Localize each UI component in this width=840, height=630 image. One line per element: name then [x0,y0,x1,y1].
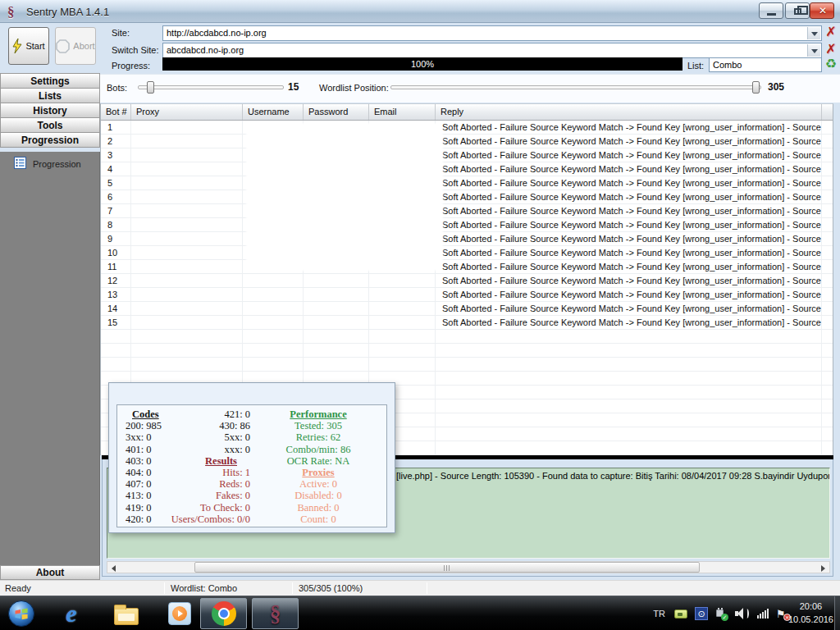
tray-keyboard-icon[interactable] [674,609,687,619]
log-horizontal-scrollbar[interactable] [107,561,830,573]
filler-cell [822,162,833,176]
filler-cell [822,232,833,245]
filler-cell [822,358,833,371]
refresh-list-icon[interactable]: ♻ [824,57,838,71]
sidebar-button-progression[interactable]: Progression [0,132,100,148]
bots-slider-thumb[interactable] [147,81,154,94]
scroll-right-icon[interactable] [816,562,829,573]
column-header-proxy[interactable]: Proxy [131,104,243,120]
table-row[interactable]: 4Soft Aborted - Failure Source Keyword M… [101,162,833,176]
minimize-icon [767,13,776,16]
filler-cell [822,302,833,315]
clear-site-button[interactable]: ✗ [824,25,838,39]
tray-actioncenter-flag-icon[interactable]: ⚑✕ [776,608,788,620]
reply-cell: Soft Aborted - Failure Source Keyword Ma… [436,260,822,273]
password-cell [304,302,369,315]
reply-cell: Soft Aborted - Failure Source Keyword Ma… [436,302,822,315]
reply-cell [436,441,822,454]
statusbar: Ready Wordlist: Combo 305/305 (100%) [0,580,840,596]
sentry-icon: § [270,601,281,627]
column-header-email[interactable]: Email [369,104,436,120]
sidebar-button-lists[interactable]: Lists [0,88,100,103]
table-row[interactable]: 1Soft Aborted - Failure Source Keyword M… [101,121,833,135]
stats-section-header: Results [162,455,250,467]
progress-bar: 100% [162,57,682,71]
column-header-bot[interactable]: Bot # [101,104,131,120]
taskbar-ie-icon[interactable]: e [57,600,85,627]
table-row[interactable]: 11Soft Aborted - Failure Source Keyword … [101,260,833,274]
tray-usb-icon[interactable]: ✓ [715,608,728,619]
column-header-password[interactable]: Password [304,104,369,120]
minimize-button[interactable] [759,2,783,19]
taskbar-sentry-button[interactable]: § [252,598,299,629]
reply-cell [436,372,822,385]
list-combobox[interactable]: Combo [709,57,822,72]
windows-start-button[interactable] [7,600,35,628]
column-header-username[interactable]: Username [243,104,304,120]
start-button[interactable]: Start [8,27,49,65]
reply-cell [436,344,822,357]
sidebar-item-progression[interactable]: Progression [0,155,100,173]
tray-signal-icon[interactable] [757,609,769,619]
bot-cell: 5 [101,176,131,189]
table-row[interactable]: 10Soft Aborted - Failure Source Keyword … [101,246,833,260]
filler-cell [822,260,833,273]
proxy-cell [131,121,243,134]
table-row[interactable]: 7Soft Aborted - Failure Source Keyword M… [101,204,833,218]
show-desktop-button[interactable] [834,596,840,630]
site-combobox[interactable]: http://abcdabcd.no-ip.org [162,25,822,41]
check-icon: ✓ [721,614,728,621]
tray-language[interactable]: TR [653,609,665,619]
proxy-cell [131,260,243,273]
clear-switch-site-button[interactable]: ✗ [824,43,838,56]
chevron-down-icon[interactable] [807,44,820,57]
taskbar-explorer-icon[interactable] [112,600,140,627]
bot-cell [101,358,131,371]
scroll-left-icon[interactable] [107,562,121,573]
table-row[interactable]: 8Soft Aborted - Failure Source Keyword M… [101,218,833,232]
switch-site-combobox[interactable]: abcdabcd.no-ip.org [162,43,822,58]
chevron-down-icon[interactable] [807,27,820,39]
restore-button[interactable] [785,2,810,19]
table-row[interactable]: 9Soft Aborted - Failure Source Keyword M… [101,232,833,246]
wordlist-position-slider-thumb[interactable] [752,81,760,94]
stats-col2: 421: 0430: 865xx: 0xxx: 0ResultsHits: 1R… [162,409,250,525]
taskbar-mediaplayer-icon[interactable] [166,600,194,627]
taskbar-chrome-button[interactable] [200,598,247,629]
sidebar-button-history[interactable]: History [0,103,100,118]
stats-section-header: Proxies [265,467,372,478]
close-button[interactable]: ✕ [810,2,834,19]
proxy-cell [131,288,243,301]
table-row[interactable]: 5Soft Aborted - Failure Source Keyword M… [101,176,833,190]
wordlist-position-slider[interactable] [390,85,761,89]
table-row[interactable]: 2Soft Aborted - Failure Source Keyword M… [101,135,833,148]
column-header-reply[interactable]: Reply [436,104,822,120]
table-row[interactable]: 13Soft Aborted - Failure Source Keyword … [101,288,833,302]
stats-value: Disabled: 0 [265,490,372,501]
table-row[interactable]: 3Soft Aborted - Failure Source Keyword M… [101,148,833,162]
bots-slider[interactable] [138,85,284,89]
reply-cell: Soft Aborted - Failure Source Keyword Ma… [436,218,822,231]
abort-button[interactable]: Abort [55,27,96,65]
stats-value: Reds: 0 [162,478,250,490]
table-row[interactable]: 15Soft Aborted - Failure Source Keyword … [101,316,833,330]
lightning-icon [12,39,22,53]
sidebar-button-tools[interactable]: Tools [0,117,100,133]
titlebar[interactable]: § Sentry MBA 1.4.1 ✕ [0,0,840,23]
table-row[interactable]: 12Soft Aborted - Failure Source Keyword … [101,274,833,288]
reply-cell: Soft Aborted - Failure Source Keyword Ma… [436,246,822,259]
sidebar-button-settings[interactable]: Settings [0,73,100,89]
username-cell [243,358,304,371]
about-button[interactable]: About [0,565,100,580]
tray-network-icon[interactable]: ⊙ [695,607,708,620]
stats-value: Users/Combos: 0/0 [162,514,250,525]
stats-value: Banned: 0 [265,502,372,514]
proxy-cell [131,218,243,231]
tray-volume-icon[interactable] [735,608,750,619]
sidebar-nav: SettingsListsHistoryToolsProgression [0,74,100,148]
tray-clock[interactable]: 20:06 10.05.2016 [788,600,833,626]
table-row[interactable]: 14Soft Aborted - Failure Source Keyword … [101,302,833,316]
table-row[interactable]: 6Soft Aborted - Failure Source Keyword M… [101,190,833,204]
scrollbar-thumb[interactable] [194,562,700,573]
reply-cell: Soft Aborted - Failure Source Keyword Ma… [436,190,822,203]
